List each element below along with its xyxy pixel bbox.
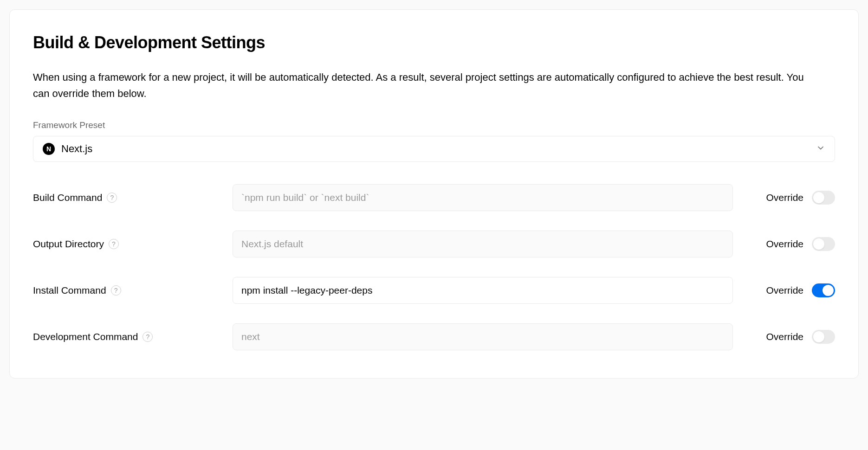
override-label: Override: [766, 285, 803, 296]
install-command-override-wrap: Override: [742, 283, 835, 297]
development-command-override-toggle[interactable]: [812, 330, 835, 344]
install-command-label: Install Command: [33, 285, 106, 296]
framework-preset-value-wrap: N Next.js: [43, 143, 92, 155]
override-label: Override: [766, 331, 803, 342]
build-command-row: Build Command ? Override: [33, 184, 835, 211]
install-command-input[interactable]: [233, 277, 733, 304]
build-command-label: Build Command: [33, 192, 102, 203]
override-label: Override: [766, 192, 803, 203]
output-directory-input[interactable]: [233, 231, 733, 257]
settings-card: Build & Development Settings When using …: [9, 9, 859, 379]
output-directory-label: Output Directory: [33, 238, 104, 250]
output-directory-row: Output Directory ? Override: [33, 231, 835, 257]
install-command-label-wrap: Install Command ?: [33, 285, 223, 296]
build-command-input[interactable]: [233, 184, 733, 211]
framework-preset-select[interactable]: N Next.js: [33, 136, 835, 162]
framework-preset-value: Next.js: [61, 143, 92, 155]
page-description: When using a framework for a new project…: [33, 69, 822, 102]
override-label: Override: [766, 238, 803, 250]
nextjs-icon: N: [43, 143, 55, 155]
framework-preset-label: Framework Preset: [33, 120, 835, 130]
install-command-row: Install Command ? Override: [33, 277, 835, 304]
development-command-input[interactable]: [233, 323, 733, 350]
help-icon[interactable]: ?: [143, 332, 153, 342]
build-command-override-toggle[interactable]: [812, 191, 835, 205]
help-icon[interactable]: ?: [111, 285, 121, 296]
output-directory-label-wrap: Output Directory ?: [33, 238, 223, 250]
build-command-override-wrap: Override: [742, 191, 835, 205]
build-command-label-wrap: Build Command ?: [33, 192, 223, 203]
development-command-row: Development Command ? Override: [33, 323, 835, 350]
development-command-label-wrap: Development Command ?: [33, 331, 223, 342]
output-directory-override-toggle[interactable]: [812, 237, 835, 251]
development-command-label: Development Command: [33, 331, 138, 342]
help-icon[interactable]: ?: [107, 193, 117, 203]
install-command-override-toggle[interactable]: [812, 283, 835, 297]
page-title: Build & Development Settings: [33, 33, 835, 52]
development-command-override-wrap: Override: [742, 330, 835, 344]
output-directory-override-wrap: Override: [742, 237, 835, 251]
chevron-down-icon: [816, 143, 825, 154]
help-icon[interactable]: ?: [109, 239, 119, 249]
